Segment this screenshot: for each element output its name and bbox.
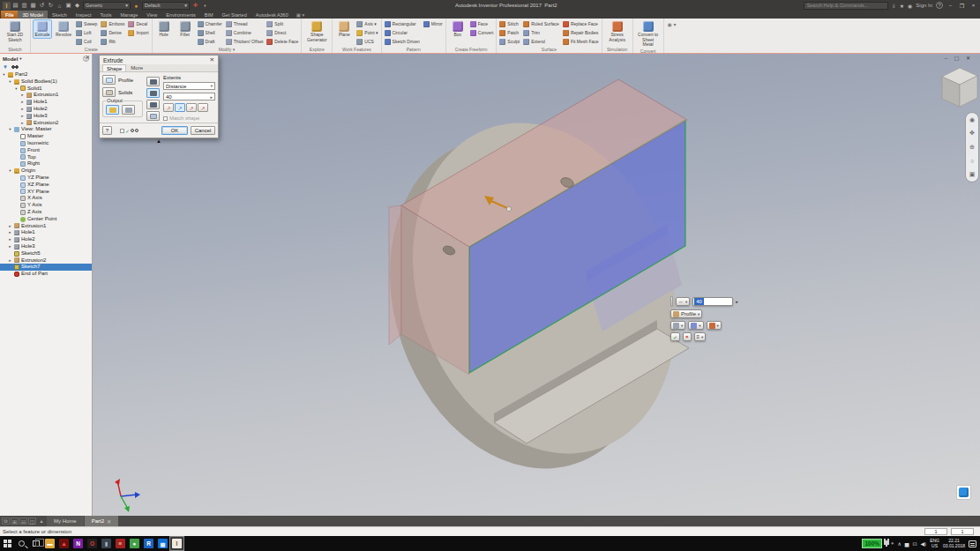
tab-view[interactable]: View (142, 11, 161, 19)
onedrive-icon[interactable]: ▅ (156, 537, 169, 550)
output-dropdown-button[interactable]: ▾ (670, 321, 685, 330)
ribbon-button-circular[interactable]: Circular (384, 28, 421, 37)
ribbon-button-axis[interactable]: Axis ▾ (355, 19, 378, 28)
ribbon-button-convert[interactable]: Convert (469, 28, 495, 37)
expander-icon[interactable]: ▸ (8, 223, 12, 230)
appearance-select[interactable]: Default▾ (142, 2, 190, 10)
ribbon-button-loft[interactable]: Loft (75, 28, 98, 37)
help-icon[interactable]: ? (936, 2, 943, 9)
steering-wheel-icon[interactable]: ◉ (969, 116, 975, 123)
graphics-canvas[interactable]: ‒ ▢ ✕ ◉ ✥ ⊕ ○ ▣ ↔▾ 40 ▸ (93, 54, 980, 516)
ribbon-button-ruled-surface[interactable]: Ruled Surface (522, 19, 560, 28)
tree-item-xy-plane[interactable]: XY Plane (0, 189, 92, 196)
ribbon-button-emboss[interactable]: Emboss (100, 19, 125, 28)
match-shape-checkbox[interactable] (163, 116, 168, 121)
tab-overflow-icon[interactable]: ▣ ▾ (296, 11, 305, 19)
profile-select-button[interactable]: Profile▾ (670, 309, 702, 318)
dialog-close-icon[interactable]: ✕ (210, 56, 214, 63)
dialog-help-button[interactable]: ? (102, 126, 112, 135)
direction-1-button[interactable]: ↗ (163, 103, 174, 112)
ribbon-button-sweep[interactable]: Sweep (75, 19, 98, 28)
clock[interactable]: 22.2103.01.2018 (943, 539, 965, 548)
join-button[interactable] (146, 77, 160, 86)
download-icon[interactable]: ⇩ (892, 3, 896, 9)
adjust-icon[interactable]: ✚ (191, 2, 199, 10)
ribbon-options-icon[interactable]: ◉ ▾ (664, 19, 680, 53)
tree-item-part2[interactable]: ▾Part2 (0, 71, 92, 78)
tree-item-hole1[interactable]: ▸Hole1 (0, 99, 92, 106)
solids-button[interactable] (102, 87, 116, 97)
show-hidden-icons[interactable]: ∧ (897, 540, 901, 547)
language-indicator[interactable]: ENGUS (930, 539, 939, 548)
tab-my-home[interactable]: My Home (47, 516, 84, 526)
collapse-tabs-icon[interactable]: ▲ (37, 516, 46, 526)
tree-item-sketch5[interactable]: Sketch5 (0, 250, 92, 257)
pan-icon[interactable]: ✥ (969, 130, 975, 137)
tab-sketch[interactable]: Sketch (48, 11, 71, 19)
look-at-icon[interactable]: ▣ (969, 171, 976, 178)
tree-item-sketch7[interactable]: Sketch7 (0, 264, 92, 271)
help-search-input[interactable]: Search Help & Commands... (804, 2, 888, 10)
tree-item-extrusion2[interactable]: ▸Extrusion2 (0, 257, 92, 264)
expander-icon[interactable]: ▸ (8, 236, 12, 243)
expander-icon[interactable]: ▸ (20, 106, 25, 113)
green-app-icon[interactable]: ● (128, 537, 141, 550)
tree-item-hole3[interactable]: ▸Hole3 (0, 113, 92, 120)
ribbon-button-revolve[interactable]: Revolve (54, 19, 73, 39)
arrange-tile-icon[interactable]: ⊞ (11, 517, 19, 525)
tree-item-end-of-part[interactable]: End of Part (0, 271, 92, 278)
onenote-icon[interactable]: N (71, 537, 85, 550)
expander-icon[interactable]: ▸ (8, 229, 12, 236)
home-icon[interactable]: ⌂ (56, 2, 64, 10)
ribbon-button-derive[interactable]: Derive (100, 28, 125, 37)
tab-3d-model[interactable]: 3D Model (18, 11, 48, 19)
tree-item-xz-plane[interactable]: XZ Plane (0, 182, 92, 189)
filter-icon[interactable]: ▼ (3, 64, 8, 70)
open-icon[interactable]: ▥ (20, 2, 28, 10)
app-logo[interactable]: I (3, 2, 11, 10)
close-tab-icon[interactable]: ✕ (107, 518, 111, 525)
search-binoculars-icon[interactable] (11, 64, 19, 69)
arrange-vertical-icon[interactable]: ◫ (28, 517, 36, 525)
revit-icon[interactable]: R (142, 537, 155, 550)
ribbon-button-combine[interactable]: Combine (225, 28, 265, 37)
tree-item-yz-plane[interactable]: YZ Plane (0, 175, 92, 182)
tab-file[interactable]: File (1, 11, 18, 19)
battery-indicator[interactable]: 100% (862, 539, 882, 548)
tree-item-extrusion1[interactable]: ▸Extrusion1 (0, 223, 92, 230)
extents-mode-select[interactable]: Distance▾ (163, 82, 215, 90)
tree-item-origin[interactable]: ▾Origin (0, 168, 92, 175)
file-explorer-icon[interactable]: ▬ (43, 537, 56, 550)
cut-button[interactable] (146, 88, 160, 98)
tree-item-front[interactable]: Front (0, 147, 92, 154)
server-app-icon[interactable]: ▮ (100, 537, 113, 550)
expander-icon[interactable]: ▸ (20, 92, 25, 99)
expander-icon[interactable]: ▸ (20, 113, 25, 120)
arrange-horizontal-icon[interactable]: ⊟ (19, 517, 27, 525)
tab-autodesk-a360[interactable]: Autodesk A360 (251, 11, 293, 19)
tab-inspect[interactable]: Inspect (71, 11, 96, 19)
panel-close-icon[interactable]: ✕ (86, 54, 90, 60)
orbit-icon[interactable]: ○ (970, 158, 974, 165)
spinner-icon[interactable]: ▸ (736, 299, 738, 304)
communication-center-icon[interactable] (956, 485, 971, 500)
tree-item-center-point[interactable]: Center Point (0, 216, 92, 223)
ribbon-button-shell[interactable]: Shell (197, 28, 223, 37)
tree-item-solid1[interactable]: ▾Solid1 (0, 86, 92, 93)
start-button[interactable] (1, 537, 14, 550)
favorites-star-icon[interactable]: ★ (900, 3, 904, 9)
cancel-button[interactable]: Cancel (191, 126, 215, 135)
tab-part2[interactable]: Part2✕ (85, 516, 118, 526)
close-button[interactable]: × (969, 3, 977, 8)
intersect-button[interactable] (146, 100, 160, 109)
tree-item-hole2[interactable]: ▸Hole2 (0, 106, 92, 113)
flyout-icon[interactable]: ▸ (210, 94, 213, 100)
ribbon-button-repair-bodies[interactable]: Repair Bodies (562, 28, 600, 37)
ribbon-button-trim[interactable]: Trim (522, 28, 560, 37)
tree-item-z-axis[interactable]: Z Axis (0, 209, 92, 216)
redo-icon[interactable]: ↻ (47, 2, 55, 10)
cancel-button[interactable]: × (683, 332, 692, 341)
tab-manage[interactable]: Manage (116, 11, 142, 19)
ribbon-button-import[interactable]: Import (127, 28, 149, 37)
document-window-controls[interactable]: ‒ ▢ ✕ (945, 55, 973, 61)
